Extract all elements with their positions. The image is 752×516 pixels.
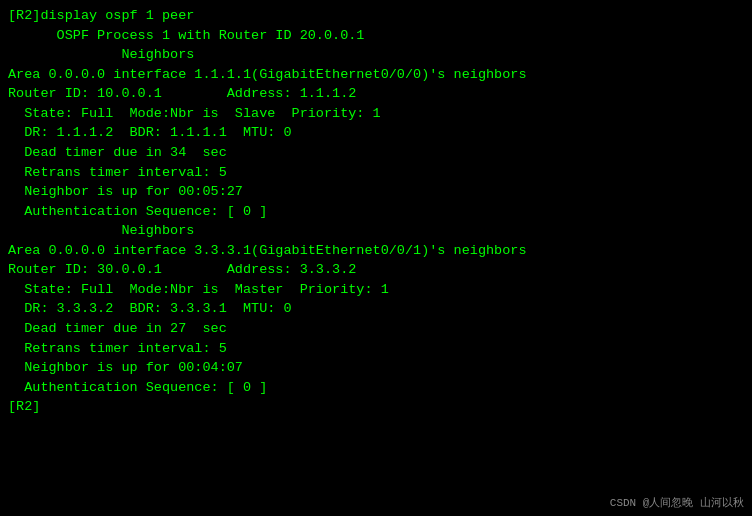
terminal-line: Neighbors bbox=[8, 221, 744, 241]
terminal-line: Router ID: 30.0.0.1 Address: 3.3.3.2 bbox=[8, 260, 744, 280]
terminal-line: Neighbor is up for 00:04:07 bbox=[8, 358, 744, 378]
watermark: CSDN @人间忽晚 山河以秋 bbox=[610, 495, 744, 510]
terminal-line: DR: 1.1.1.2 BDR: 1.1.1.1 MTU: 0 bbox=[8, 123, 744, 143]
terminal-line: Router ID: 10.0.0.1 Address: 1.1.1.2 bbox=[8, 84, 744, 104]
terminal-line: Area 0.0.0.0 interface 3.3.3.1(GigabitEt… bbox=[8, 241, 744, 261]
terminal-line: Neighbors bbox=[8, 45, 744, 65]
terminal-line: Authentication Sequence: [ 0 ] bbox=[8, 202, 744, 222]
terminal-line: Dead timer due in 27 sec bbox=[8, 319, 744, 339]
terminal-line: Dead timer due in 34 sec bbox=[8, 143, 744, 163]
terminal-line: [R2] bbox=[8, 397, 744, 417]
terminal-line: Area 0.0.0.0 interface 1.1.1.1(GigabitEt… bbox=[8, 65, 744, 85]
terminal-window: [R2]display ospf 1 peer OSPF Process 1 w… bbox=[0, 0, 752, 516]
terminal-line: DR: 3.3.3.2 BDR: 3.3.3.1 MTU: 0 bbox=[8, 299, 744, 319]
terminal-line: State: Full Mode:Nbr is Slave Priority: … bbox=[8, 104, 744, 124]
terminal-line: OSPF Process 1 with Router ID 20.0.0.1 bbox=[8, 26, 744, 46]
terminal-output: [R2]display ospf 1 peer OSPF Process 1 w… bbox=[8, 6, 744, 417]
terminal-line: Retrans timer interval: 5 bbox=[8, 339, 744, 359]
terminal-line: [R2]display ospf 1 peer bbox=[8, 6, 744, 26]
terminal-line: Authentication Sequence: [ 0 ] bbox=[8, 378, 744, 398]
terminal-line: Neighbor is up for 00:05:27 bbox=[8, 182, 744, 202]
terminal-line: Retrans timer interval: 5 bbox=[8, 163, 744, 183]
terminal-line: State: Full Mode:Nbr is Master Priority:… bbox=[8, 280, 744, 300]
